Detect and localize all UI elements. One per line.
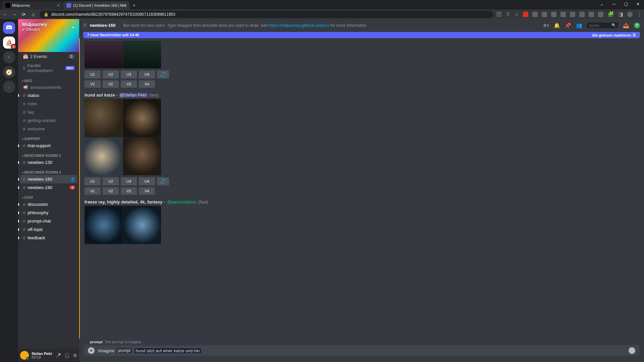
mute-button[interactable]: 🎤 bbox=[56, 353, 61, 358]
ext-icon[interactable] bbox=[598, 12, 603, 17]
browse-channels-row[interactable]: # Kanäle durchstöbern NEU bbox=[20, 61, 77, 75]
key-icon[interactable]: ⚿ bbox=[496, 11, 502, 17]
channel-item-announcements[interactable]: 📢announcements bbox=[20, 83, 77, 91]
v2-button[interactable]: V2 bbox=[103, 187, 119, 195]
menu-icon[interactable]: ⋮ bbox=[637, 11, 642, 17]
channel-category[interactable]: CHAT bbox=[20, 192, 77, 200]
close-window-button[interactable]: ✕ bbox=[632, 0, 644, 8]
u4-button[interactable]: U4 bbox=[139, 70, 155, 78]
channel-item-getting-started[interactable]: #getting-started bbox=[20, 116, 77, 125]
image-grid[interactable] bbox=[85, 99, 161, 175]
create-invite-icon[interactable]: 👤 bbox=[70, 177, 75, 182]
u4-button[interactable]: U4 bbox=[139, 177, 155, 185]
maximize-button[interactable]: ▢ bbox=[620, 0, 632, 8]
u1-button[interactable]: U1 bbox=[85, 70, 101, 78]
home-button[interactable]: ⌂ bbox=[30, 12, 36, 17]
v1-button[interactable]: V1 bbox=[85, 187, 101, 195]
side-panel-icon[interactable]: ◨ bbox=[618, 11, 623, 17]
channel-item-rules[interactable]: #rules bbox=[20, 100, 77, 108]
u1-button[interactable]: U1 bbox=[85, 177, 101, 185]
u2-button[interactable]: U2 bbox=[103, 177, 119, 185]
reroll-button[interactable] bbox=[157, 70, 169, 78]
ext-icon[interactable] bbox=[560, 12, 566, 17]
reroll-button[interactable] bbox=[157, 177, 169, 185]
minimize-button[interactable]: — bbox=[608, 0, 620, 8]
members-button[interactable]: 👥 bbox=[576, 22, 582, 28]
v4-button[interactable]: V4 bbox=[139, 80, 155, 88]
channel-item-discussion[interactable]: #discussion bbox=[20, 200, 77, 208]
back-button[interactable]: ← bbox=[2, 12, 8, 17]
channel-category[interactable]: NEWCOMER ROOMS 4 bbox=[20, 167, 77, 175]
channel-category[interactable]: NEWCOMER ROOMS 3 bbox=[20, 150, 77, 158]
u3-button[interactable]: U3 bbox=[121, 177, 137, 185]
channel-item-prompt-chat[interactable]: #prompt-chat bbox=[20, 217, 77, 225]
ext-icon[interactable] bbox=[570, 12, 575, 17]
reload-button[interactable]: ⟳ bbox=[21, 12, 27, 17]
emoji-button[interactable] bbox=[629, 347, 635, 354]
topic-link[interactable]: https://midjourney.gitbook.io/docs/ bbox=[269, 23, 329, 28]
guild-midjourney[interactable]: ⛵ 1 bbox=[3, 37, 15, 49]
user-info[interactable]: Stefan Petri #3718 bbox=[32, 352, 53, 359]
discord-home-button[interactable] bbox=[3, 22, 15, 34]
image-grid[interactable] bbox=[85, 206, 161, 244]
channel-item-off-topic[interactable]: #off-topic bbox=[20, 225, 77, 234]
tab-close-icon[interactable]: × bbox=[124, 3, 127, 8]
ext-icon[interactable] bbox=[551, 12, 556, 17]
channel-item-philosophy[interactable]: #philosophy bbox=[20, 208, 77, 217]
user-avatar[interactable] bbox=[20, 351, 29, 360]
tab-close-icon[interactable]: × bbox=[57, 3, 60, 8]
user-mention[interactable]: @Stefan Petri bbox=[119, 93, 148, 98]
new-tab-button[interactable]: + bbox=[130, 1, 138, 9]
message-input[interactable]: + /imagine prompt hund sitzt auf einer k… bbox=[84, 345, 639, 356]
channel-item-newbies-190[interactable]: #newbies-1901 bbox=[20, 183, 77, 192]
notification-button[interactable]: 🔔 bbox=[554, 22, 560, 28]
profile-avatar[interactable] bbox=[627, 12, 633, 17]
u2-button[interactable]: U2 bbox=[103, 70, 119, 78]
extensions-icon[interactable]: 🧩 bbox=[607, 11, 614, 17]
v3-button[interactable]: V3 bbox=[121, 187, 137, 195]
mark-read-button[interactable]: Als gelesen markieren ☰ bbox=[592, 33, 636, 37]
settings-button[interactable]: ⚙ bbox=[73, 353, 77, 358]
search-input[interactable]: Suche 🔍 bbox=[587, 22, 618, 28]
ext-icon[interactable] bbox=[542, 12, 547, 17]
help-button[interactable]: ? bbox=[634, 22, 640, 28]
v4-button[interactable]: V4 bbox=[139, 187, 155, 195]
ext-icon[interactable] bbox=[523, 12, 528, 17]
browser-tab-discord[interactable]: (1) Discord | #newbies-160 | Mid × bbox=[63, 1, 129, 9]
command-input-value[interactable]: hund sitzt auf einer katze und hin bbox=[134, 348, 202, 354]
star-icon[interactable]: ☆ bbox=[514, 11, 519, 17]
ext-icon[interactable] bbox=[579, 12, 585, 17]
events-row[interactable]: 📅 2 Events 1 bbox=[20, 52, 77, 61]
share-icon[interactable]: ⇪ bbox=[506, 11, 510, 17]
deafen-button[interactable]: 🎧 bbox=[64, 353, 70, 358]
url-bar[interactable]: 🔒 discord.com/channels/66226797698429747… bbox=[40, 11, 493, 18]
channel-category[interactable]: INFO bbox=[20, 75, 77, 83]
browser-tab-midjourney[interactable]: Midjourney × bbox=[2, 1, 62, 9]
attach-button[interactable]: + bbox=[88, 347, 95, 354]
channel-item-newbies-160[interactable]: #newbies-160👤 bbox=[20, 175, 77, 183]
add-server-button[interactable]: + bbox=[3, 51, 15, 63]
image-grid[interactable] bbox=[85, 41, 161, 68]
channel-item-newbies-130[interactable]: #newbies-130 bbox=[20, 158, 77, 167]
v1-button[interactable]: V1 bbox=[85, 80, 101, 88]
channel-item-feedback[interactable]: #feedback bbox=[20, 234, 77, 242]
ext-icon[interactable] bbox=[532, 12, 538, 17]
forward-button[interactable]: → bbox=[11, 12, 17, 17]
channel-item-faq[interactable]: #faq bbox=[20, 108, 77, 116]
v3-button[interactable]: V3 bbox=[121, 80, 137, 88]
channel-topic[interactable]: Bot room for new users. Type /imagine th… bbox=[119, 23, 366, 28]
ext-icon[interactable] bbox=[589, 12, 594, 17]
channel-category[interactable]: SUPPORT bbox=[20, 133, 77, 141]
user-mention[interactable]: @paulosobrino bbox=[166, 199, 197, 204]
new-messages-bar[interactable]: 7 neue Nachrichten seit 14:40 Als gelese… bbox=[83, 32, 640, 38]
v2-button[interactable]: V2 bbox=[103, 80, 119, 88]
channel-item-trial-support[interactable]: #trial-support bbox=[20, 141, 77, 150]
pinned-button[interactable]: 📌 bbox=[565, 22, 571, 28]
inbox-button[interactable]: 📥 bbox=[623, 22, 629, 28]
dropdown-icon[interactable]: ⌄ bbox=[596, 0, 608, 8]
threads-button[interactable]: # 9 bbox=[543, 22, 549, 28]
u3-button[interactable]: U3 bbox=[121, 70, 137, 78]
channel-item-welcome[interactable]: #welcome bbox=[20, 125, 77, 133]
channel-item-status[interactable]: #status bbox=[20, 91, 77, 100]
server-header[interactable]: Midjourney ✔ Öffentlich ⌄ bbox=[18, 19, 79, 52]
